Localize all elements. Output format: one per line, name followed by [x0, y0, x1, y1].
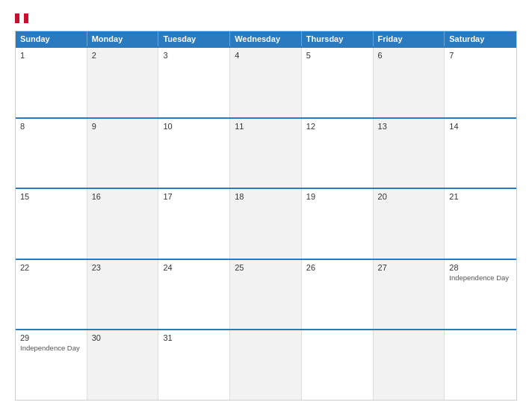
calendar-cell: 18	[230, 189, 302, 259]
calendar-cell: 15	[16, 189, 87, 259]
calendar-cell: 16	[87, 189, 159, 259]
calendar-cell: 22	[16, 260, 87, 330]
event-label: Independence Day	[20, 344, 82, 353]
calendar-week: 22232425262728Independence Day	[16, 259, 516, 330]
calendar-body: 1234567891011121314151617181920212223242…	[16, 46, 516, 400]
day-number: 8	[20, 122, 82, 131]
day-number: 27	[378, 263, 440, 272]
calendar-cell: 13	[374, 119, 445, 188]
day-number: 21	[449, 192, 512, 201]
calendar-cell: 11	[230, 119, 302, 188]
day-number: 30	[92, 333, 154, 342]
day-number: 16	[92, 192, 154, 201]
calendar-cell: 27	[374, 260, 445, 330]
day-number: 29	[20, 333, 82, 342]
day-number: 28	[449, 263, 512, 272]
calendar-cell	[374, 330, 445, 400]
day-number: 3	[163, 51, 225, 60]
calendar-cell: 8	[16, 119, 87, 188]
calendar-header: SundayMondayTuesdayWednesdayThursdayFrid…	[16, 31, 516, 46]
logo-flag-icon	[15, 13, 28, 23]
calendar-week: 15161718192021	[16, 188, 516, 259]
day-number: 9	[92, 122, 154, 131]
calendar-cell: 10	[158, 119, 230, 188]
logo	[15, 13, 30, 23]
day-number: 24	[163, 263, 225, 272]
calendar-cell: 7	[445, 48, 516, 117]
calendar-cell	[445, 330, 516, 400]
calendar-cell: 21	[445, 189, 516, 259]
day-number: 31	[163, 333, 225, 342]
calendar-cell: 9	[87, 119, 159, 188]
calendar-cell: 20	[374, 189, 445, 259]
day-number: 23	[92, 263, 154, 272]
calendar-grid: SundayMondayTuesdayWednesdayThursdayFrid…	[15, 31, 517, 401]
calendar-cell: 5	[302, 48, 374, 117]
day-number: 10	[163, 122, 225, 131]
weekday-header: Wednesday	[230, 31, 302, 46]
day-number: 14	[449, 122, 512, 131]
day-number: 18	[235, 192, 297, 201]
calendar-cell: 30	[87, 330, 159, 400]
day-number: 22	[20, 263, 82, 272]
day-number: 13	[378, 122, 440, 131]
event-label: Independence Day	[449, 274, 512, 282]
calendar-week: 29Independence Day3031	[16, 329, 516, 400]
day-number: 11	[235, 122, 297, 131]
logo-blue-text	[15, 13, 30, 23]
svg-rect-2	[24, 13, 28, 23]
calendar-cell	[302, 330, 374, 400]
page-header	[15, 13, 517, 23]
weekday-header: Sunday	[16, 31, 87, 46]
calendar-cell: 3	[158, 48, 230, 117]
weekday-header: Monday	[87, 31, 159, 46]
calendar-cell: 23	[87, 260, 159, 330]
calendar-cell: 19	[302, 189, 374, 259]
calendar-cell: 29Independence Day	[16, 330, 87, 400]
day-number: 12	[306, 122, 368, 131]
day-number: 5	[306, 51, 368, 60]
weekday-header: Friday	[374, 31, 445, 46]
day-number: 6	[378, 51, 440, 60]
calendar-cell: 17	[158, 189, 230, 259]
calendar-cell: 6	[374, 48, 445, 117]
calendar-week: 891011121314	[16, 117, 516, 188]
calendar-cell	[230, 330, 302, 400]
calendar-cell: 31	[158, 330, 230, 400]
calendar-cell: 1	[16, 48, 87, 117]
weekday-header: Saturday	[445, 31, 516, 46]
calendar-cell: 24	[158, 260, 230, 330]
day-number: 1	[20, 51, 82, 60]
day-number: 7	[449, 51, 512, 60]
day-number: 19	[306, 192, 368, 201]
day-number: 20	[378, 192, 440, 201]
calendar-week: 1234567	[16, 46, 516, 117]
day-number: 26	[306, 263, 368, 272]
day-number: 25	[235, 263, 297, 272]
day-number: 4	[235, 51, 297, 60]
calendar-cell: 2	[87, 48, 159, 117]
calendar-cell: 28Independence Day	[445, 260, 516, 330]
day-number: 15	[20, 192, 82, 201]
day-number: 2	[92, 51, 154, 60]
weekday-header: Tuesday	[158, 31, 230, 46]
svg-rect-0	[15, 13, 19, 23]
calendar-cell: 26	[302, 260, 374, 330]
weekday-header: Thursday	[302, 31, 374, 46]
calendar-page: SundayMondayTuesdayWednesdayThursdayFrid…	[0, 0, 532, 411]
calendar-cell: 12	[302, 119, 374, 188]
svg-rect-1	[19, 13, 24, 23]
calendar-cell: 25	[230, 260, 302, 330]
day-number: 17	[163, 192, 225, 201]
calendar-cell: 4	[230, 48, 302, 117]
calendar-cell: 14	[445, 119, 516, 188]
